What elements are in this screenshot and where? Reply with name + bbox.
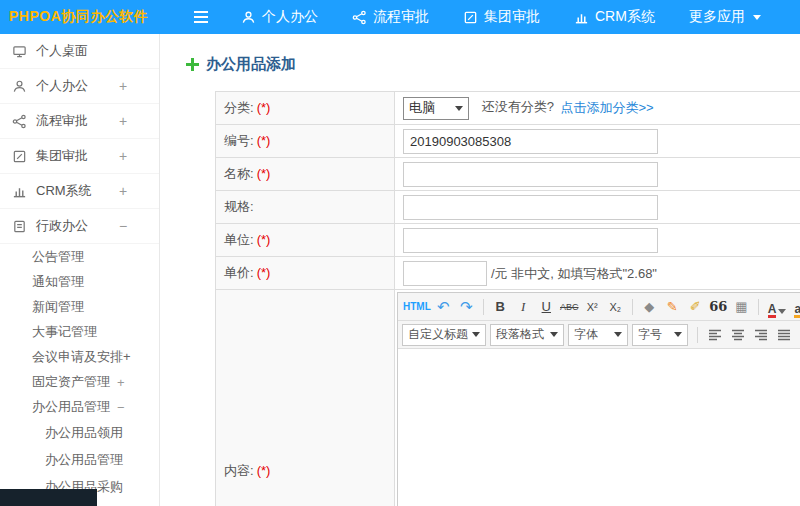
nav-more-apps[interactable]: 更多应用 <box>672 0 778 34</box>
underline-button[interactable]: U <box>536 296 557 318</box>
nav-label: CRM系统 <box>595 8 655 26</box>
sidebar-subitem-supplies-manage[interactable]: 办公用品管理 <box>0 446 159 473</box>
sidebar: 个人桌面 个人办公 + 流程审批 + 集团审批 + CRM系统 + 行政办公 − <box>0 34 160 506</box>
desktop-icon <box>12 44 27 59</box>
unit-input[interactable] <box>403 228 658 253</box>
sidebar-item-label: CRM系统 <box>36 182 92 200</box>
nav-workflow-approval[interactable]: 流程审批 <box>335 0 446 34</box>
nav-label: 流程审批 <box>373 8 429 26</box>
italic-button[interactable]: I <box>513 296 534 318</box>
nav-crm-system[interactable]: CRM系统 <box>557 0 672 34</box>
sidebar-item-label: 集团审批 <box>36 147 88 165</box>
caret-down-icon <box>472 332 480 337</box>
font-family-dropdown[interactable]: 字体 <box>568 324 628 346</box>
sidebar-item-admin-office[interactable]: 行政办公 − <box>0 209 159 244</box>
sidebar-item-workflow-approval[interactable]: 流程审批 + <box>0 104 159 139</box>
expand-icon[interactable]: + <box>119 113 127 129</box>
sidebar-subitem-meeting-mgmt[interactable]: 会议申请及安排+ <box>0 344 159 369</box>
required-mark: (*) <box>257 265 271 280</box>
link-preview-box <box>0 489 97 506</box>
sidebar-subitem-fixed-assets-mgmt[interactable]: 固定资产管理 + <box>0 369 159 394</box>
subscript-button[interactable]: X₂ <box>605 296 626 318</box>
align-center-icon[interactable] <box>727 324 748 346</box>
expand-icon[interactable]: + <box>119 148 127 164</box>
editor-content-area[interactable] <box>398 349 800 506</box>
sidebar-subitem-news-mgmt[interactable]: 新闻管理 <box>0 294 159 319</box>
align-justify-icon[interactable] <box>773 324 794 346</box>
remove-format-button[interactable]: ◆ <box>639 296 660 318</box>
editor-toolbar-row1: HTML ↶ ↷ B I U ABC X² X₂ ◆ ✎ ✐ <box>398 293 800 321</box>
spec-input[interactable] <box>403 195 658 220</box>
office-supply-form: 分类:(*) 电脑 还没有分类? 点击添加分类>> 编号:(*) 名称:(*) … <box>215 91 800 506</box>
bold-button[interactable]: B <box>490 296 511 318</box>
unit-label: 单位: <box>224 232 254 247</box>
name-label: 名称: <box>224 166 254 181</box>
nav-label: 集团审批 <box>484 8 540 26</box>
brush-button[interactable]: ✐ <box>685 296 706 318</box>
price-label: 单价: <box>224 265 254 280</box>
page-title: 办公用品添加 <box>206 55 296 74</box>
sidebar-subitem-label: 通知管理 <box>32 273 84 291</box>
sidebar-item-crm-system[interactable]: CRM系统 + <box>0 174 159 209</box>
expand-icon[interactable]: + <box>119 183 127 199</box>
sidebar-subitem-label: 会议申请及安排+ <box>32 348 131 366</box>
undo-button[interactable]: ↶ <box>433 296 454 318</box>
dropdown-label: 字体 <box>574 326 598 343</box>
sidebar-subitem-office-supplies-mgmt[interactable]: 办公用品管理 − <box>0 394 159 419</box>
hamburger-menu-icon[interactable] <box>192 9 210 25</box>
collapse-icon[interactable]: − <box>119 218 127 234</box>
sidebar-item-personal-desktop[interactable]: 个人桌面 <box>0 34 159 69</box>
rich-text-editor: HTML ↶ ↷ B I U ABC X² X₂ ◆ ✎ ✐ <box>397 292 800 506</box>
expand-icon[interactable]: + <box>117 374 125 389</box>
category-select[interactable]: 电脑 <box>403 97 469 120</box>
topbar: PHPOA协同办公软件 个人办公 流程审批 集团审批 CRM系统 <box>0 0 800 34</box>
caret-down-icon <box>753 15 761 20</box>
nav-group-approval[interactable]: 集团审批 <box>446 0 557 34</box>
expand-icon[interactable]: + <box>119 78 127 94</box>
font-size-dropdown[interactable]: 字号 <box>632 324 688 346</box>
collapse-icon[interactable]: − <box>117 399 125 414</box>
form-row-content: 内容:(*) HTML ↶ ↷ B I U ABC X² X₂ <box>216 290 800 506</box>
sidebar-item-personal-office[interactable]: 个人办公 + <box>0 69 159 104</box>
category-label: 分类: <box>224 100 254 115</box>
add-icon <box>186 58 199 71</box>
toolbar-separator <box>483 299 484 315</box>
sidebar-subitem-notice-mgmt[interactable]: 通知管理 <box>0 269 159 294</box>
heading-style-dropdown[interactable]: 自定义标题 <box>402 324 486 346</box>
required-mark: (*) <box>257 133 271 148</box>
caret-down-icon <box>614 332 622 337</box>
content-label: 内容: <box>224 463 254 478</box>
dropdown-label: 自定义标题 <box>408 326 468 343</box>
top-nav: 个人办公 流程审批 集团审批 CRM系统 更多应用 <box>224 0 778 34</box>
font-color-button[interactable]: A <box>765 296 790 318</box>
editor-toolbar-row2: 自定义标题 段落格式 字体 字号 <box>398 321 800 349</box>
table-button[interactable]: ▦ <box>731 296 752 318</box>
add-category-link[interactable]: 点击添加分类>> <box>560 99 653 114</box>
price-input[interactable] <box>403 261 487 286</box>
price-suffix: /元 非中文, 如填写格式"2.68" <box>491 266 657 281</box>
nav-label: 个人办公 <box>262 8 318 26</box>
align-left-icon[interactable] <box>704 324 725 346</box>
align-right-icon[interactable] <box>750 324 771 346</box>
superscript-button[interactable]: X² <box>582 296 603 318</box>
sidebar-subitem-supplies-receive[interactable]: 办公用品领用 <box>0 419 159 446</box>
nav-label: 更多应用 <box>689 8 745 26</box>
strikethrough-button[interactable]: ABC <box>559 296 580 318</box>
sidebar-subitem-events-mgmt[interactable]: 大事记管理 <box>0 319 159 344</box>
sidebar-subitem-label: 办公用品管理 <box>32 398 110 416</box>
source-code-button[interactable]: HTML <box>403 296 431 318</box>
blockquote-button[interactable]: 66 <box>708 296 729 318</box>
sidebar-item-group-approval[interactable]: 集团审批 + <box>0 139 159 174</box>
code-input[interactable] <box>403 129 658 154</box>
category-hint: 还没有分类? <box>482 99 554 114</box>
toolbar-separator <box>697 327 698 343</box>
highlight-color-button[interactable]: ab <box>791 296 800 318</box>
sidebar-subitem-announcement-mgmt[interactable]: 公告管理 <box>0 244 159 269</box>
sidebar-subitem-label: 大事记管理 <box>32 323 97 341</box>
format-paint-button[interactable]: ✎ <box>662 296 683 318</box>
paragraph-format-dropdown[interactable]: 段落格式 <box>490 324 564 346</box>
name-input[interactable] <box>403 162 658 187</box>
redo-button[interactable]: ↷ <box>456 296 477 318</box>
app-logo[interactable]: PHPOA协同办公软件 <box>0 8 160 26</box>
nav-personal-office[interactable]: 个人办公 <box>224 0 335 34</box>
